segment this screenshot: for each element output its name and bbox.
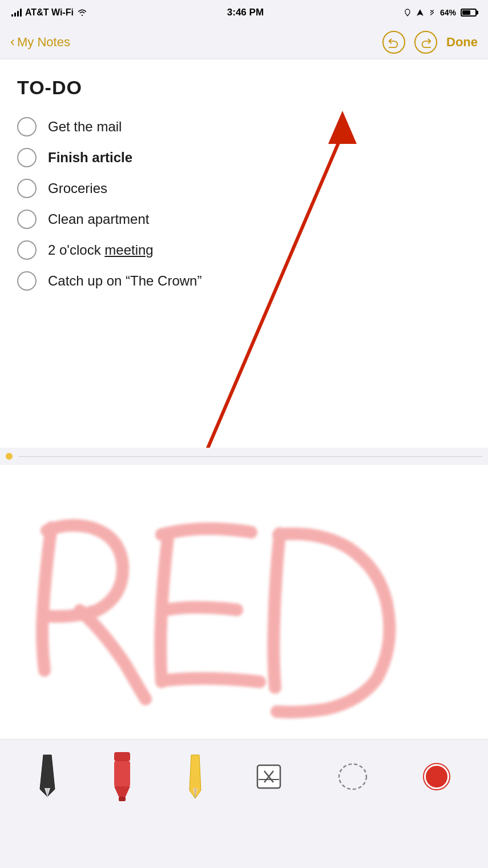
location-icon <box>404 9 412 17</box>
pencil-tool[interactable] <box>188 754 202 799</box>
todo-item-4: Clean apartment <box>17 210 471 229</box>
todo-checkbox-1[interactable] <box>17 117 37 136</box>
svg-marker-7 <box>114 786 130 797</box>
note-area: TO-DO Get the mail Finish article Grocer… <box>0 59 488 448</box>
back-label: My Notes <box>17 35 70 50</box>
todo-item-5: 2 o'clock meeting <box>17 240 471 260</box>
todo-checkbox-4[interactable] <box>17 210 37 229</box>
nav-actions: Done <box>382 31 478 54</box>
redo-icon <box>420 36 432 49</box>
todo-text-1: Get the mail <box>48 119 122 135</box>
todo-text-6: Catch up on “The Crown” <box>48 273 201 289</box>
todo-text-4: Clean apartment <box>48 211 149 227</box>
divider-dot <box>6 453 13 460</box>
redo-button[interactable] <box>414 31 437 54</box>
nav-bar: ‹ My Notes Done <box>0 25 488 59</box>
drawing-canvas <box>0 465 488 739</box>
todo-text-2: Finish article <box>48 150 132 166</box>
undo-button[interactable] <box>382 31 405 54</box>
todo-checkbox-2[interactable] <box>17 148 37 167</box>
todo-item-6: Catch up on “The Crown” <box>17 271 471 291</box>
status-bar: AT&T Wi-Fi 3:46 PM 64% <box>0 0 488 25</box>
eraser-icon <box>256 761 281 793</box>
status-left: AT&T Wi-Fi <box>11 7 87 18</box>
divider-line <box>18 456 482 457</box>
wifi-icon <box>77 9 87 17</box>
meeting-link[interactable]: meeting <box>104 242 153 258</box>
section-divider <box>0 448 488 465</box>
eraser-tool[interactable] <box>256 761 281 793</box>
svg-rect-5 <box>114 752 130 761</box>
done-button[interactable]: Done <box>446 35 478 50</box>
back-button[interactable]: ‹ My Notes <box>10 35 70 50</box>
color-picker-tool[interactable] <box>424 764 449 789</box>
color-swatch[interactable] <box>424 764 449 789</box>
bluetooth-icon <box>429 8 435 17</box>
undo-icon <box>388 36 400 49</box>
todo-list: Get the mail Finish article Groceries Cl… <box>17 117 471 291</box>
signal-bars <box>11 9 22 17</box>
lasso-tool[interactable] <box>336 760 369 793</box>
note-title: TO-DO <box>17 77 471 99</box>
carrier-label: AT&T Wi-Fi <box>25 7 74 18</box>
pencil-icon <box>188 754 202 799</box>
pen-icon <box>39 754 56 799</box>
todo-item-1: Get the mail <box>17 117 471 136</box>
pen-tool[interactable] <box>39 754 56 799</box>
svg-rect-8 <box>119 797 126 801</box>
svg-point-16 <box>339 764 366 789</box>
lasso-icon <box>336 760 369 793</box>
todo-text-3: Groceries <box>48 180 107 196</box>
todo-item-2: Finish article <box>17 148 471 167</box>
svg-rect-6 <box>114 761 130 786</box>
battery-indicator <box>461 9 477 17</box>
status-time: 3:46 PM <box>227 7 264 18</box>
back-chevron-icon: ‹ <box>10 34 15 50</box>
marker-tool[interactable] <box>111 751 134 802</box>
todo-checkbox-3[interactable] <box>17 179 37 198</box>
todo-checkbox-6[interactable] <box>17 271 37 291</box>
todo-checkbox-5[interactable] <box>17 240 37 260</box>
todo-item-3: Groceries <box>17 179 471 198</box>
drawing-area[interactable] <box>0 465 488 739</box>
battery-percent: 64% <box>440 8 456 17</box>
drawing-toolbar <box>0 739 488 813</box>
status-right: 64% <box>404 8 477 17</box>
marker-icon <box>111 751 134 802</box>
navigation-icon <box>416 9 424 17</box>
todo-text-5: 2 o'clock meeting <box>48 242 154 258</box>
